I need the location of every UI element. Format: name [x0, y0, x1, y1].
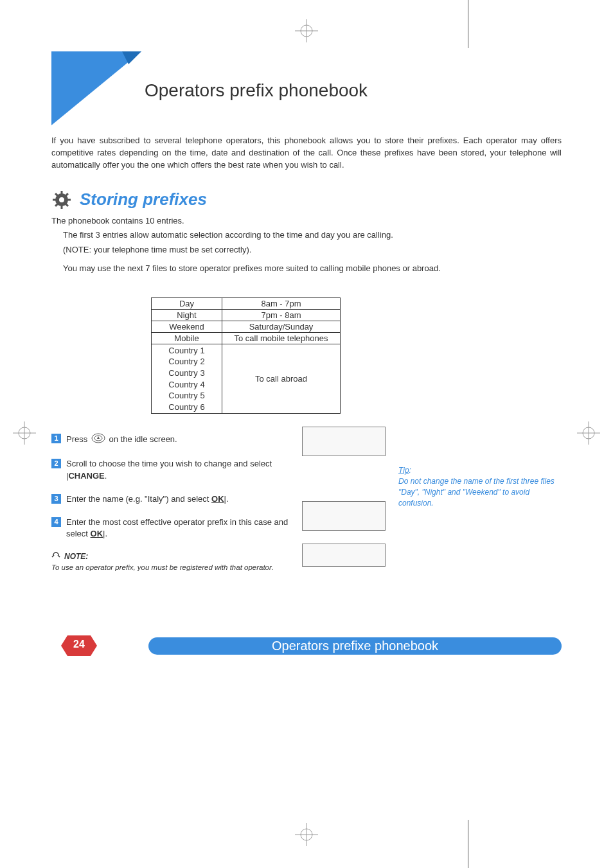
svg-rect-16 — [61, 206, 63, 209]
screen-placeholder — [302, 501, 386, 531]
section-title: Storing prefixes — [80, 190, 207, 209]
info-icon — [51, 551, 60, 561]
table-cell: To call abroad — [222, 344, 341, 413]
tip-box: Tip: Do not change the name of the first… — [398, 465, 562, 508]
step-3: 3 Enter the name (e.g. "Italy") and sele… — [51, 493, 289, 505]
table-cell: Weekend — [152, 321, 222, 332]
intro-paragraph: If you have subscribed to several teleph… — [51, 135, 562, 172]
softkey-label: CHANGE — [68, 471, 104, 481]
body-line-4: You may use the next 7 files to store op… — [63, 263, 562, 275]
trim-line-bottom — [468, 820, 468, 868]
svg-marker-26 — [97, 436, 100, 439]
screen-placeholder — [302, 427, 386, 456]
crop-mark-bottom — [295, 823, 318, 849]
step-1: 1 Press on the idle screen. — [51, 433, 289, 447]
body-line-3: (NOTE: your telephone time must be set c… — [63, 244, 562, 256]
step-text: Enter the name (e.g. "Italy") and select — [66, 494, 211, 504]
trim-line-top — [468, 0, 468, 48]
prefix-table: Day8am - 7pm Night7pm - 8am WeekendSatur… — [151, 297, 341, 414]
country-item: Country 5 — [155, 390, 218, 402]
table-row: MobileTo call mobile telephones — [152, 332, 341, 344]
step-text: . — [105, 471, 107, 481]
svg-rect-15 — [61, 191, 63, 194]
table-row: Country 1 Country 2 Country 3 Country 4 … — [152, 344, 341, 413]
table-cell: Mobile — [152, 332, 222, 344]
step-text: Press — [66, 434, 90, 444]
table-cell-countries: Country 1 Country 2 Country 3 Country 4 … — [152, 344, 222, 413]
step-text: |. — [103, 529, 107, 538]
softkey-label: OK — [91, 529, 103, 538]
step-2: 2 Scroll to choose the time you wish to … — [51, 458, 289, 481]
step-number-badge: 4 — [51, 517, 61, 527]
table-cell: 7pm - 8am — [222, 309, 341, 321]
table-row: Day8am - 7pm — [152, 297, 341, 309]
tip-label: Tip — [398, 466, 409, 475]
svg-point-23 — [59, 197, 64, 202]
note-label: NOTE: — [64, 552, 88, 561]
footer-title-bar: Operators prefixe phonebook — [148, 637, 562, 655]
table-row: Night7pm - 8am — [152, 309, 341, 321]
softkey-label: OK — [211, 494, 224, 504]
screen-placeholder — [302, 544, 386, 567]
country-item: Country 4 — [155, 379, 218, 391]
table-cell: 8am - 7pm — [222, 297, 341, 309]
step-text: |. — [224, 494, 229, 504]
svg-rect-17 — [53, 199, 56, 200]
step-text: on the idle screen. — [109, 434, 177, 444]
page-title: Operators prefix phonebook — [145, 80, 368, 101]
table-cell: To call mobile telephones — [222, 332, 341, 344]
step-number-badge: 1 — [51, 434, 61, 443]
country-item: Country 2 — [155, 356, 218, 368]
gear-icon — [51, 190, 72, 210]
nav-key-icon — [91, 433, 105, 447]
body-line-1: The phonebook contains 10 entries. — [51, 215, 562, 227]
table-cell: Day — [152, 297, 222, 309]
crop-mark-right — [577, 421, 600, 447]
page-number-badge: 24 — [61, 635, 97, 656]
svg-rect-18 — [67, 199, 71, 200]
country-item: Country 6 — [155, 402, 218, 413]
step-number-badge: 2 — [51, 459, 61, 468]
crop-mark-left — [13, 421, 36, 447]
body-line-2: The first 3 entries allow automatic sele… — [63, 229, 562, 242]
table-cell: Saturday/Sunday — [222, 321, 341, 332]
note-text: To use an operator prefix, you must be r… — [51, 563, 289, 573]
table-row: WeekendSaturday/Sunday — [152, 321, 341, 332]
table-cell: Night — [152, 309, 222, 321]
page-number: 24 — [61, 639, 97, 650]
note-heading: NOTE: — [51, 551, 289, 561]
country-item: Country 3 — [155, 368, 218, 379]
step-4: 4 Enter the most cost effective operator… — [51, 517, 289, 540]
step-number-badge: 3 — [51, 494, 61, 504]
tip-text: Do not change the name of the first thre… — [398, 477, 555, 508]
crop-mark-top — [295, 19, 318, 45]
country-item: Country 1 — [155, 345, 218, 357]
